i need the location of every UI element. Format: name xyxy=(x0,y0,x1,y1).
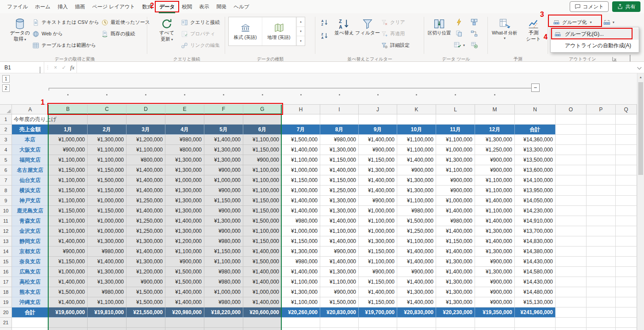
cell-K1[interactable] xyxy=(397,114,436,125)
gallery-more-button[interactable]: ▾ xyxy=(297,36,305,46)
cell-P9[interactable] xyxy=(586,196,616,206)
cell-B8[interactable]: ¥1,150,000 xyxy=(49,186,88,196)
row-header-3[interactable]: 3 xyxy=(0,135,12,145)
cell-F21[interactable] xyxy=(204,318,243,328)
text-to-columns-button[interactable]: 区切り位置 xyxy=(426,16,452,55)
column-header-P[interactable]: P xyxy=(586,105,616,114)
expand-formula-bar-button[interactable] xyxy=(634,62,644,73)
cell-Q5[interactable] xyxy=(616,155,637,165)
cell-H11[interactable]: ¥980,000 xyxy=(282,216,320,226)
cell-P16[interactable] xyxy=(586,267,616,277)
row-header-17[interactable]: 17 xyxy=(0,277,12,287)
cell-Q7[interactable] xyxy=(616,175,637,186)
cell-J12[interactable]: ¥1,000,000 xyxy=(359,226,397,236)
cell-L11[interactable]: ¥980,000 xyxy=(436,216,475,226)
cell-K6[interactable]: ¥900,000 xyxy=(397,165,436,175)
cell-F11[interactable]: ¥1,300,000 xyxy=(204,216,243,226)
cell-M18[interactable]: ¥900,000 xyxy=(475,287,515,297)
data-model-button[interactable] xyxy=(468,40,480,50)
cell-O7[interactable] xyxy=(556,175,586,186)
formula-bar-handle[interactable]: ⋮ xyxy=(44,62,51,73)
cell-C1[interactable] xyxy=(88,114,126,125)
cell-L3[interactable]: ¥1,100,000 xyxy=(436,135,475,145)
cell-A8[interactable]: 横浜支店 xyxy=(12,186,49,196)
cell-M22[interactable] xyxy=(475,328,515,330)
cell-P4[interactable] xyxy=(586,145,616,155)
menu-tab-ファイル[interactable]: ファイル xyxy=(4,0,31,13)
cell-G2[interactable]: 6月 xyxy=(243,125,282,135)
remove-duplicates-button[interactable] xyxy=(453,28,465,39)
cell-J6[interactable]: ¥1,300,000 xyxy=(359,165,397,175)
collapse-ribbon-button[interactable] xyxy=(630,55,630,61)
cell-Q9[interactable] xyxy=(616,196,637,206)
cell-B7[interactable]: ¥1,100,000 xyxy=(49,175,88,186)
cell-A13[interactable]: 静岡支店 xyxy=(12,236,49,247)
cell-E7[interactable]: ¥1,000,000 xyxy=(165,175,204,186)
cell-O12[interactable] xyxy=(556,226,586,236)
cell-M7[interactable]: ¥1,100,000 xyxy=(475,175,515,186)
cell-B2[interactable]: 1月 xyxy=(49,125,88,135)
cell-B9[interactable]: ¥1,100,000 xyxy=(49,196,88,206)
cell-Q10[interactable] xyxy=(616,206,637,216)
cell-B20[interactable]: ¥19,600,000 xyxy=(49,307,88,318)
filter-button[interactable]: フィルター xyxy=(356,16,379,55)
cell-E22[interactable] xyxy=(165,328,204,330)
cell-Q4[interactable] xyxy=(616,145,637,155)
cell-C5[interactable]: ¥1,100,000 xyxy=(88,155,126,165)
cell-F22[interactable] xyxy=(204,328,243,330)
cell-E11[interactable]: ¥1,400,000 xyxy=(165,216,204,226)
cell-N9[interactable]: ¥14,050,000 xyxy=(515,196,556,206)
cell-N1[interactable] xyxy=(515,114,556,125)
queries-connections-button[interactable]: クエリと接続 xyxy=(180,17,221,27)
cell-C4[interactable]: ¥1,100,000 xyxy=(88,145,126,155)
cell-H8[interactable]: ¥1,000,000 xyxy=(282,186,320,196)
cell-N21[interactable] xyxy=(515,318,556,328)
cell-M4[interactable]: ¥1,250,000 xyxy=(475,145,515,155)
cell-J9[interactable]: ¥900,000 xyxy=(359,196,397,206)
cell-N11[interactable]: ¥14,910,000 xyxy=(515,216,556,226)
row-header-10[interactable]: 10 xyxy=(0,206,12,216)
column-header-D[interactable]: D xyxy=(126,105,165,114)
cell-H20[interactable]: ¥20,260,000 xyxy=(282,307,320,318)
cell-L4[interactable]: ¥1,000,000 xyxy=(436,145,475,155)
cell-A14[interactable]: 京都支店 xyxy=(12,247,49,257)
vertical-scrollbar[interactable]: ▲ xyxy=(637,73,644,330)
dialog-launcher-icon[interactable] xyxy=(612,57,617,61)
cell-G14[interactable]: ¥1,400,000 xyxy=(243,247,282,257)
row-header-5[interactable]: 5 xyxy=(0,155,12,165)
cell-G18[interactable]: ¥1,000,000 xyxy=(243,287,282,297)
cell-C6[interactable]: ¥1,150,000 xyxy=(88,165,126,175)
reapply-button[interactable]: 再適用 xyxy=(380,29,406,39)
cell-K16[interactable]: ¥900,000 xyxy=(397,267,436,277)
ungroup-button[interactable]: ▾ xyxy=(602,17,615,27)
column-header-E[interactable]: E xyxy=(165,105,204,114)
column-header-K[interactable]: K xyxy=(397,105,436,114)
cell-H18[interactable]: ¥1,300,000 xyxy=(282,287,320,297)
cell-A12[interactable]: 金沢支店 xyxy=(12,226,49,236)
column-header-I[interactable]: I xyxy=(320,105,359,114)
cell-C2[interactable]: 2月 xyxy=(88,125,126,135)
cell-I3[interactable]: ¥980,000 xyxy=(320,135,359,145)
cell-L19[interactable]: ¥1,300,000 xyxy=(436,297,475,307)
cell-I15[interactable]: ¥1,400,000 xyxy=(320,257,359,267)
cell-O16[interactable] xyxy=(556,267,586,277)
cell-G17[interactable]: ¥1,400,000 xyxy=(243,277,282,287)
cell-I4[interactable]: ¥1,300,000 xyxy=(320,145,359,155)
cell-M1[interactable] xyxy=(475,114,515,125)
cell-C11[interactable]: ¥1,000,000 xyxy=(88,216,126,226)
cell-F5[interactable]: ¥1,300,000 xyxy=(204,155,243,165)
cell-F20[interactable]: ¥18,220,000 xyxy=(204,307,243,318)
cell-O1[interactable] xyxy=(556,114,586,125)
menu-tab-開発[interactable]: 開発 xyxy=(213,0,230,13)
cell-D12[interactable]: ¥1,250,000 xyxy=(126,226,165,236)
cell-I9[interactable]: ¥1,300,000 xyxy=(320,196,359,206)
row-header-6[interactable]: 6 xyxy=(0,165,12,175)
cell-J18[interactable]: ¥1,400,000 xyxy=(359,287,397,297)
cell-B10[interactable]: ¥1,150,000 xyxy=(49,206,88,216)
cell-I5[interactable]: ¥1,150,000 xyxy=(320,155,359,165)
cell-D15[interactable]: ¥1,300,000 xyxy=(126,257,165,267)
cell-G9[interactable]: ¥1,150,000 xyxy=(243,196,282,206)
advanced-filter-button[interactable]: 詳細設定 xyxy=(380,40,411,50)
cell-N8[interactable]: ¥13,950,000 xyxy=(515,186,556,196)
cell-L8[interactable]: ¥900,000 xyxy=(436,186,475,196)
